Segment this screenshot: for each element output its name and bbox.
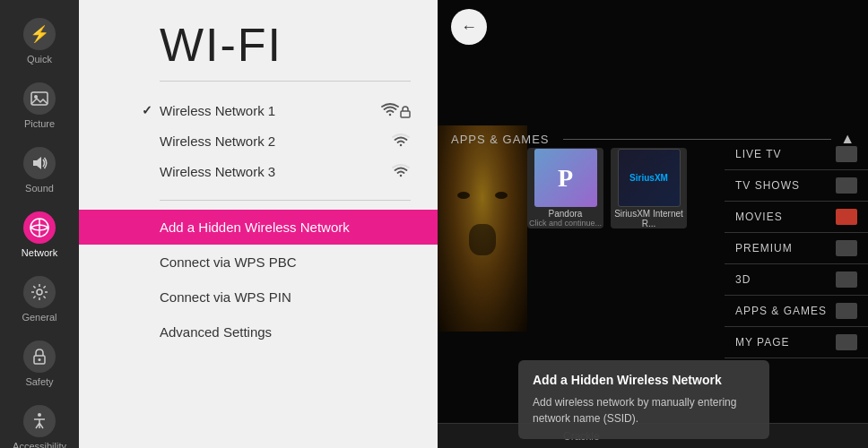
connect-wps-pbc[interactable]: Connect via WPS PBC (79, 245, 438, 280)
live-tv-label: LIVE TV (735, 148, 781, 160)
back-icon: ← (461, 18, 477, 37)
movie-poster-area: RISE OF THE PLANET OF THE APES (438, 125, 527, 332)
sidebar-item-quick[interactable]: ⚡ Quick (0, 9, 79, 73)
wifi-signal-icon-2 (391, 133, 411, 149)
svg-point-5 (37, 289, 42, 295)
nav-3d[interactable]: 3D (725, 264, 868, 296)
network-name-3: Wireless Network 3 (160, 164, 391, 179)
check-mark-1: ✓ (142, 103, 152, 117)
premium-label: PREMIUM (735, 242, 793, 254)
tv-shows-label: TV SHOWS (735, 179, 800, 192)
wifi-panel: WI-FI ✓ Wireless Network 1 Wirele (79, 0, 438, 448)
tooltip-title: Add a Hidden Wireless Network (533, 373, 755, 387)
nav-tv-shows[interactable]: TV SHOWS (725, 170, 868, 202)
sidebar-label-accessibility: Accessibility (13, 441, 66, 448)
wifi-divider-2 (160, 200, 411, 201)
sidebar-item-network[interactable]: Network (0, 202, 79, 267)
network-icon (23, 211, 56, 244)
apps-games-label: Apps & Games (451, 133, 550, 146)
live-tv-icon (836, 146, 857, 162)
movies-label: MOVIES (735, 211, 783, 223)
premium-icon (836, 240, 857, 256)
network-item-3[interactable]: Wireless Network 3 (79, 156, 438, 186)
siriusxm-app[interactable]: SiriusXM SiriusXM Internet R... (611, 148, 687, 228)
nav-movies[interactable]: MOVIES (725, 202, 868, 233)
svg-rect-9 (401, 111, 410, 117)
connect-wps-pin[interactable]: Connect via WPS PIN (79, 280, 438, 314)
tooltip-description: Add wireless network by manually enterin… (533, 394, 755, 426)
safety-icon (23, 340, 56, 373)
picture-icon (23, 82, 56, 115)
quick-icon: ⚡ (23, 18, 56, 50)
wifi-signal-icon-3 (391, 163, 411, 179)
advanced-label: Advanced Settings (160, 324, 272, 340)
advanced-settings[interactable]: Advanced Settings (79, 314, 438, 349)
nav-my-page[interactable]: MY PAGE (725, 327, 868, 358)
general-icon (23, 276, 56, 308)
wps-pbc-label: Connect via WPS PBC (160, 254, 297, 270)
3d-label: 3D (735, 273, 751, 286)
tv-right-nav: LIVE TV TV SHOWS MOVIES PREMIUM 3D APPS … (725, 139, 868, 358)
svg-marker-2 (33, 157, 41, 169)
movie-poster: RISE OF THE PLANET OF THE APES (438, 125, 527, 332)
sound-icon (23, 147, 56, 179)
my-page-label: MY PAGE (735, 336, 790, 349)
sidebar-label-quick: Quick (27, 54, 52, 65)
network-item-1[interactable]: ✓ Wireless Network 1 (79, 95, 438, 125)
siriusxm-label: SiriusXM Internet R... (611, 207, 687, 228)
apps-games-nav-label: APPS & GAMES (735, 305, 827, 317)
movies-icon (836, 209, 857, 225)
tv-panel: ← RISE OF THE PLANET OF THE APES Apps & … (438, 0, 868, 448)
pandora-thumbnail: P (534, 149, 597, 207)
wifi-signal-icon-1 (380, 102, 400, 118)
tooltip-box: Add a Hidden Wireless Network Add wirele… (518, 360, 769, 439)
sidebar-label-picture: Picture (24, 118, 55, 129)
network-name-1: Wireless Network 1 (160, 103, 380, 118)
network-list: ✓ Wireless Network 1 Wireless Network 2 (79, 82, 438, 195)
tv-apps-row: P Pandora Click and continue... SiriusXM… (527, 148, 687, 228)
sidebar-item-picture[interactable]: Picture (0, 73, 79, 138)
nav-premium[interactable]: PREMIUM (725, 233, 868, 264)
wifi-title: WI-FI (79, 0, 438, 81)
my-page-icon (836, 334, 857, 350)
network-item-2[interactable]: Wireless Network 2 (79, 125, 438, 156)
svg-rect-0 (31, 92, 48, 105)
sidebar-label-general: General (22, 312, 56, 323)
nav-apps-games[interactable]: APPS & GAMES (725, 296, 868, 327)
tv-shows-icon (836, 177, 857, 194)
add-hidden-label: Add a Hidden Wireless Network (160, 220, 350, 235)
sidebar-label-sound: Sound (25, 183, 54, 194)
pandora-app[interactable]: P Pandora Click and continue... (527, 148, 603, 228)
sidebar-item-accessibility[interactable]: Accessibility (0, 396, 79, 448)
action-list: Add a Hidden Wireless Network Connect vi… (79, 205, 438, 354)
siriusxm-thumbnail: SiriusXM (618, 149, 681, 207)
pandora-sub: Click and continue... (529, 219, 602, 228)
lock-icon-1 (400, 106, 411, 118)
3d-icon (836, 271, 857, 288)
sidebar-item-general[interactable]: General (0, 267, 79, 332)
back-button[interactable]: ← (451, 9, 487, 45)
pandora-label: Pandora (529, 209, 602, 219)
nav-live-tv[interactable]: LIVE TV (725, 139, 868, 170)
apps-games-icon (836, 303, 857, 319)
accessibility-icon (23, 405, 56, 437)
svg-point-8 (38, 413, 41, 417)
add-hidden-network[interactable]: Add a Hidden Wireless Network (79, 210, 438, 245)
sidebar-item-safety[interactable]: Safety (0, 332, 79, 396)
sidebar-label-network: Network (22, 247, 57, 258)
sidebar: ⚡ Quick Picture Sound Network General (0, 0, 79, 448)
wps-pin-label: Connect via WPS PIN (160, 289, 291, 305)
signal-lock-1 (380, 102, 411, 118)
sidebar-item-sound[interactable]: Sound (0, 138, 79, 202)
network-name-2: Wireless Network 2 (160, 134, 391, 149)
svg-point-7 (39, 358, 41, 361)
sidebar-label-safety: Safety (25, 376, 53, 387)
